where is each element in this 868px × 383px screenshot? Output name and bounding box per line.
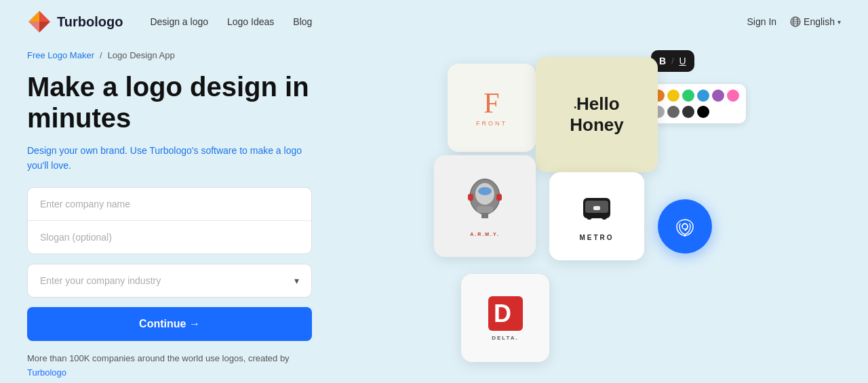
breadcrumb-separator: / (100, 50, 102, 60)
logo[interactable]: Turbologo (27, 9, 123, 34)
left-panel: Free Logo Maker / Logo Design App Make a… (27, 50, 393, 383)
svg-rect-12 (477, 206, 493, 213)
company-form (27, 187, 312, 254)
swatch-pink[interactable] (727, 89, 739, 102)
swatch-purple[interactable] (712, 89, 724, 102)
svg-marker-3 (39, 22, 50, 33)
svg-rect-15 (481, 213, 488, 218)
hello-dot: • (574, 104, 576, 111)
svg-marker-0 (39, 11, 50, 22)
metro-label: METRO (579, 234, 614, 241)
nav-right: Sign In English ▾ (747, 16, 841, 27)
hello-honey-text: •HelloHoney (570, 94, 623, 136)
sign-in-button[interactable]: Sign In (747, 16, 776, 27)
army-label: A.R.M.Y. (470, 232, 500, 237)
swatch-blue[interactable] (697, 89, 709, 102)
logo-card-hello-honey: •HelloHoney (536, 57, 658, 172)
language-label: English (804, 16, 835, 27)
swatch-darkgray[interactable] (682, 106, 694, 118)
main-container: Free Logo Maker / Logo Design App Make a… (0, 43, 868, 383)
chevron-down-icon: ▾ (837, 18, 841, 26)
front-letter: F (484, 89, 499, 117)
hero-description: Design your own brand. Use Turbologo's s… (27, 143, 312, 174)
language-selector[interactable]: English ▾ (790, 16, 841, 27)
nav-links: Design a logo Logo Ideas Blog (150, 16, 747, 27)
breadcrumb: Free Logo Maker / Logo Design App (27, 50, 393, 60)
nav-logo-ideas[interactable]: Logo Ideas (227, 16, 274, 27)
logo-card-metro: METRO (549, 172, 644, 260)
svg-text:D: D (494, 300, 511, 327)
breadcrumb-link[interactable]: Free Logo Maker (27, 50, 94, 60)
svg-point-19 (601, 214, 607, 220)
chevron-down-icon: ▾ (294, 275, 299, 286)
army-robot-icon (461, 176, 509, 230)
nav-blog[interactable]: Blog (293, 16, 312, 27)
metro-icon (580, 191, 614, 231)
underline-button[interactable]: U (679, 56, 686, 66)
svg-rect-20 (593, 206, 600, 210)
turbologo-icon (27, 9, 52, 34)
svg-rect-14 (496, 194, 502, 201)
brand-name: Turbologo (57, 14, 123, 30)
industry-dropdown[interactable]: Enter your company industry ▾ (27, 264, 312, 298)
logo-card-front: F FRONT (448, 64, 536, 152)
logo-showcase: B / U F (420, 50, 841, 376)
logo-card-army: A.R.M.Y. (434, 155, 536, 257)
swatch-green[interactable] (682, 89, 694, 102)
delta-logo-icon: D (487, 295, 524, 332)
globe-icon (790, 16, 801, 27)
svg-rect-13 (468, 194, 473, 201)
svg-point-18 (587, 214, 592, 220)
hero-desc-highlight: Design your own brand. (27, 145, 127, 156)
nav-design-logo[interactable]: Design a logo (150, 16, 208, 27)
industry-placeholder: Enter your company industry (40, 275, 161, 286)
slogan-input[interactable] (28, 221, 311, 254)
bold-button[interactable]: B (659, 56, 666, 66)
logo-card-delta: D DELTA. (461, 274, 549, 362)
toolbar-separator: / (671, 56, 673, 66)
fingerprint-icon (670, 211, 700, 241)
swatch-black[interactable] (697, 106, 709, 118)
trust-text: More than 100K companies around the worl… (27, 352, 312, 380)
svg-marker-1 (28, 11, 39, 22)
svg-marker-2 (28, 22, 39, 33)
svg-point-11 (478, 187, 492, 195)
continue-button[interactable]: Continue → (27, 307, 312, 341)
trust-brand: Turbologo (27, 367, 66, 378)
front-label: FRONT (476, 120, 507, 127)
page-title: Make a logo design in minutes (27, 71, 393, 134)
swatch-gray[interactable] (667, 106, 679, 118)
breadcrumb-current: Logo Design App (108, 50, 175, 60)
fingerprint-badge (658, 199, 712, 254)
company-name-input[interactable] (28, 188, 311, 220)
delta-label: DELTA. (492, 335, 519, 341)
swatch-yellow[interactable] (667, 89, 679, 102)
navbar: Turbologo Design a logo Logo Ideas Blog … (0, 0, 868, 43)
